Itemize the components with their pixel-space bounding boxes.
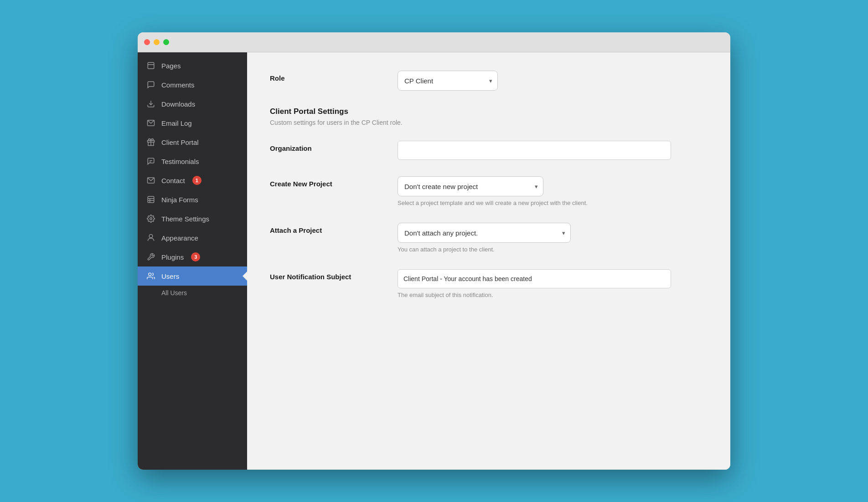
sidebar-sub-all-users[interactable]: All Users [138,286,247,300]
theme-settings-icon [146,214,156,224]
sidebar-item-label-downloads: Downloads [161,100,195,108]
close-button[interactable] [144,39,150,45]
app-window: Pages Comments Downloads [138,32,730,470]
org-label: Organization [270,141,398,152]
sidebar-item-label-testimonials: Testimonials [161,158,199,165]
create-project-select-wrapper: Don't create new project ▾ [398,176,543,196]
org-input[interactable] [398,141,671,160]
sidebar-item-downloads[interactable]: Downloads [138,94,247,113]
sidebar-item-email-log[interactable]: Email Log [138,113,247,133]
email-log-icon [146,118,156,128]
sidebar-item-client-portal[interactable]: Client Portal [138,133,247,152]
sidebar-item-testimonials[interactable]: Testimonials [138,152,247,171]
minimize-button[interactable] [154,39,160,45]
attach-project-hint: You can attach a project to the client. [398,246,671,253]
ninja-forms-icon [146,195,156,205]
all-users-label: All Users [161,289,187,297]
svg-rect-0 [148,62,154,69]
create-project-label: Create New Project [270,176,398,188]
titlebar [138,32,730,52]
svg-point-13 [149,273,151,276]
attach-project-label: Attach a Project [270,223,398,234]
sidebar-item-theme-settings[interactable]: Theme Settings [138,209,247,228]
sidebar-item-label-contact: Contact [161,177,185,184]
contact-badge: 1 [192,176,202,185]
comments-icon [146,80,156,90]
create-project-hint: Select a project template and we will cr… [398,200,671,206]
traffic-lights [144,39,169,45]
org-row: Organization [270,141,708,160]
sidebar-item-label-appearance: Appearance [161,234,198,242]
sidebar-item-contact[interactable]: Contact 1 [138,171,247,190]
attach-project-control: Don't attach any project. ▾ You can atta… [398,223,671,253]
main-content: Role CP Client Administrator Editor Auth… [247,52,730,470]
pages-icon [146,61,156,71]
sidebar-item-label-plugins: Plugins [161,253,184,261]
svg-point-12 [150,218,152,220]
attach-project-row: Attach a Project Don't attach any projec… [270,223,708,253]
sidebar-item-ninja-forms[interactable]: Ninja Forms [138,190,247,209]
sidebar-item-label-ninja-forms: Ninja Forms [161,196,198,204]
downloads-icon [146,99,156,109]
notification-subject-input[interactable] [398,269,671,288]
sidebar-active-arrow [243,271,247,281]
section-desc: Custom settings for users in the CP Clie… [270,119,708,126]
window-body: Pages Comments Downloads [138,52,730,470]
notification-subject-control: The email subject of this notification. [398,269,671,298]
client-portal-icon [146,137,156,147]
sidebar-item-appearance[interactable]: Appearance [138,228,247,247]
svg-rect-8 [148,196,154,203]
org-control [398,141,671,160]
sidebar-item-label-client-portal: Client Portal [161,138,199,146]
attach-project-select-wrapper: Don't attach any project. ▾ [398,223,571,243]
sidebar-item-comments[interactable]: Comments [138,75,247,94]
role-select[interactable]: CP Client Administrator Editor Author Su… [398,71,498,91]
maximize-button[interactable] [163,39,169,45]
role-control: CP Client Administrator Editor Author Su… [398,71,671,91]
sidebar-item-label-pages: Pages [161,62,181,70]
sidebar-item-plugins[interactable]: Plugins 3 [138,247,247,266]
notification-subject-row: User Notification Subject The email subj… [270,269,708,298]
role-select-wrapper: CP Client Administrator Editor Author Su… [398,71,498,91]
role-row: Role CP Client Administrator Editor Auth… [270,71,708,91]
plugins-icon [146,252,156,262]
sidebar-item-label-comments: Comments [161,81,195,89]
role-label: Role [270,71,398,82]
section-heading: Client Portal Settings [270,107,708,116]
sidebar-item-label-theme-settings: Theme Settings [161,215,209,223]
sidebar-item-users[interactable]: Users [138,266,247,286]
plugins-badge: 3 [191,252,200,261]
sidebar-item-label-users: Users [161,272,179,280]
create-project-control: Don't create new project ▾ Select a proj… [398,176,671,206]
attach-project-select[interactable]: Don't attach any project. [398,223,571,243]
notification-subject-label: User Notification Subject [270,269,398,281]
sidebar-item-label-email-log: Email Log [161,119,192,127]
create-project-row: Create New Project Don't create new proj… [270,176,708,206]
create-project-select[interactable]: Don't create new project [398,176,543,196]
contact-icon [146,175,156,185]
notification-subject-hint: The email subject of this notification. [398,292,671,298]
sidebar: Pages Comments Downloads [138,52,247,470]
users-icon [146,271,156,281]
sidebar-item-pages[interactable]: Pages [138,56,247,75]
appearance-icon [146,233,156,243]
testimonials-icon [146,156,156,166]
